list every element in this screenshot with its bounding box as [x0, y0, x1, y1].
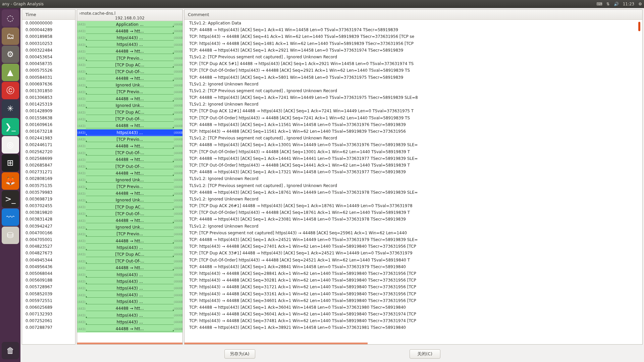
time-cell[interactable]: 0.001673218	[22, 128, 75, 135]
save-as-button[interactable]: 另存为(A)	[224, 349, 255, 359]
time-cell[interactable]: 0.000000000	[22, 20, 75, 26]
flow-row[interactable]: (443)[TCP Dup AC...(44488)	[77, 251, 182, 258]
flow-row[interactable]: (443)44488 → htt...(44488)	[77, 190, 182, 197]
time-cell[interactable]: 0.001558638	[22, 115, 75, 121]
comment-cell[interactable]: TCP: 44488 → https(443) [ACK] Seq=1 Ack=…	[184, 94, 642, 101]
flow-row[interactable]: (443)[TCP Previo...(44488)	[77, 184, 182, 190]
comment-cell[interactable]: TLSv1.2: Ignored Unknown Record	[184, 175, 642, 182]
flow-row[interactable]: (443)44488 → htt...(44488)	[77, 217, 182, 224]
gear-icon[interactable]: ⚙	[638, 0, 642, 8]
comment-cell[interactable]: TLSv1.2: [TCP Previous segment not captu…	[184, 135, 642, 141]
comment-cell[interactable]: TCP: https(443) → 44488 [ACK] Seq=30281 …	[184, 277, 642, 284]
comment-cell[interactable]: TLSv1.2: Ignored Unknown Record	[184, 223, 642, 230]
comment-cell[interactable]: TLSv1.2: Ignored Unknown Record	[184, 81, 642, 87]
comment-cell[interactable]: TCP: 44488 → https(443) [ACK] Seq=1 Ack=…	[184, 141, 642, 148]
time-cell[interactable]: 0.003942427	[22, 223, 75, 230]
flow-row[interactable]: (443)44488 → htt...(44488)	[77, 157, 182, 163]
launcher-netease-music-icon[interactable]: ⓒ	[2, 82, 19, 99]
h-scrollbar[interactable]	[77, 343, 182, 344]
time-cell[interactable]: 0.000453654	[22, 54, 75, 60]
flow-row[interactable]: (443)44488 → htt...(44488)	[77, 238, 182, 244]
time-cell[interactable]: 0.003698719	[22, 196, 75, 202]
time-cell[interactable]: 0.002731271	[22, 169, 75, 175]
flow-row[interactable]: (443)https(443) ...(44488)	[77, 272, 182, 278]
flow-row[interactable]: (443)https(443) ...(44488)	[77, 42, 182, 48]
flow-row[interactable]: (443)44488 → htt...(44488)	[77, 96, 182, 102]
flow-row[interactable]: (443)44488 → htt...(44488)	[77, 325, 182, 332]
comment-cell[interactable]: TCP: 44488 → https(443) [ACK] Seq=1 Ack=…	[184, 74, 642, 81]
flow-row[interactable]: (443)[TCP Previo...(44488)	[77, 231, 182, 238]
flow-row[interactable]: (443)Ignored Unk...(44488)	[77, 82, 182, 89]
comment-cell[interactable]: TCP: https(443) → 44488 [ACK] Seq=1481 A…	[184, 40, 642, 47]
flow-row[interactable]: (443)44488 → htt...(44488)	[77, 48, 182, 55]
comment-cell[interactable]: TCP: https(443) → 44488 [ACK] Seq=34601 …	[184, 297, 642, 304]
flow-row[interactable]: (443)Ignored Unk...(44488)	[77, 224, 182, 231]
comment-cell[interactable]: TLSv1.2: [TCP Previous segment not captu…	[184, 182, 642, 189]
time-cell[interactable]: 0.005728967	[22, 284, 75, 290]
flow-row[interactable]: (443)[TCP Out-Of-...(44488)	[77, 258, 182, 265]
flow-row[interactable]: (443)https(443) ...(44488)	[77, 244, 182, 251]
flow-row[interactable]: (443)44488 → htt...(44488)	[77, 305, 182, 312]
flow-row[interactable]: (443)44488 → htt...(44488)	[77, 143, 182, 149]
comment-cell[interactable]: TCP: [TCP Out-Of-Order] https(443) → 444…	[184, 162, 642, 169]
launcher-wireshark-icon[interactable]: 〰	[2, 208, 19, 226]
flow-row[interactable]: (443)44488 → htt...(44488)	[77, 28, 182, 35]
flow-header-host[interactable]: ›mote.cache-dns.l	[77, 10, 182, 16]
time-cell[interactable]: 0.004823527	[22, 243, 75, 250]
comment-cell[interactable]: TCP: [TCP Out-Of-Order] https(443) → 444…	[184, 148, 642, 155]
time-cell[interactable]: 0.001306853	[22, 94, 75, 101]
launcher-chrome-icon[interactable]: ◎	[2, 136, 19, 154]
time-cell[interactable]: 0.003702455	[22, 202, 75, 209]
comment-cell[interactable]: TCP: 44488 → https(443) [ACK] Seq=1 Ack=…	[184, 304, 642, 311]
comment-cell[interactable]: TLSv1.2: [TCP Previous segment not captu…	[184, 54, 642, 60]
comment-header[interactable]: Comment	[184, 12, 213, 17]
comment-cell[interactable]: TCP: [TCP Out-Of-Order] https(443) → 444…	[184, 209, 642, 216]
comment-cell[interactable]: TCP: https(443) → 44488 [ACK] Seq=36041 …	[184, 311, 642, 317]
flow-row[interactable]: (443)[TCP Previo...(44488)	[77, 55, 182, 62]
time-cell[interactable]: 0.000044289	[22, 26, 75, 33]
comment-cell[interactable]: TCP: 44488 → https(443) [ACK] Seq=1 Ack=…	[184, 121, 642, 128]
flow-row[interactable]: (443)[TCP Previo...(44488)	[77, 89, 182, 96]
time-cell[interactable]: 0.006025689	[22, 304, 75, 311]
launcher-firefox-icon[interactable]: 🦊	[2, 172, 19, 190]
close-button[interactable]: 关闭(C)	[410, 349, 440, 359]
time-cell[interactable]: 0.002562720	[22, 148, 75, 155]
flow-row[interactable]: (443)https(443) ...(44488)	[77, 292, 182, 299]
comment-cell[interactable]: TCP: https(443) → 44488 [ACK] Seq=33161 …	[184, 291, 642, 297]
comment-cell[interactable]: TCP: 44488 → https(443) [ACK] Seq=1 Ack=…	[184, 155, 642, 162]
time-cell[interactable]: 0.002568699	[22, 155, 75, 162]
launcher-dash-icon[interactable]: ◌	[2, 9, 19, 27]
time-cell[interactable]: 0.003831428	[22, 216, 75, 223]
time-cell[interactable]: 0.005972551	[22, 297, 75, 304]
time-cell[interactable]: 0.002685847	[22, 162, 75, 169]
comment-cell[interactable]: TCP: https(443) → 44488 [ACK] Seq=27401 …	[184, 243, 642, 250]
comment-cell[interactable]: TCP: https(443) → 44488 [ACK] Seq=28841 …	[184, 270, 642, 277]
flow-header-ip[interactable]: 192.168.0.102	[77, 16, 182, 20]
launcher-ms-tiles-icon[interactable]: ⊞	[2, 154, 19, 172]
comment-cell[interactable]: TCP: [TCP Dup ACK 33#1] 44488 → https(44…	[184, 250, 642, 256]
time-cell[interactable]: 0.002446171	[22, 141, 75, 148]
comment-cell[interactable]: TCP: 44488 → https(443) [ACK] Seq=1 Ack=…	[184, 216, 642, 223]
flow-row[interactable]: (443)44488 → htt...(44488)	[77, 170, 182, 177]
flow-row[interactable]: (443)44488 → htt...(44488)	[77, 265, 182, 272]
comment-cell[interactable]: TLSv1.2: [TCP Previous segment not captu…	[184, 87, 642, 94]
time-cell[interactable]: 0.004827673	[22, 250, 75, 256]
comment-cell[interactable]: TCP: https(443) → 44488 [ACK] Seq=37481 …	[184, 317, 642, 324]
flow-row[interactable]: (443)https(443) ...(44488)	[77, 129, 182, 136]
comment-cell[interactable]: TCP: [TCP Dup ACK 26#1] 44488 → https(44…	[184, 202, 642, 209]
flow-row[interactable]: (443)Ignored Unk...(44488)	[77, 197, 182, 204]
time-cell[interactable]: 0.000189858	[22, 33, 75, 40]
comment-cell[interactable]: TCP: 44488 → https(443) [ACK] Seq=1 Ack=…	[184, 47, 642, 54]
comment-cell[interactable]: TCP: [TCP Dup ACK 12#1] 44488 → https(44…	[184, 108, 642, 114]
time-cell[interactable]: 0.000584031	[22, 74, 75, 81]
flow-row[interactable]: (443)Application ...(44488)	[77, 21, 182, 28]
time-cell[interactable]: 0.004945344	[22, 257, 75, 263]
time-cell[interactable]: 0.004956436	[22, 263, 75, 270]
flow-row[interactable]: (443)[TCP Out-Of-...(44488)	[77, 68, 182, 75]
flow-row[interactable]: (443)[TCP Out-Of-...(44488)	[77, 116, 182, 123]
flow-row[interactable]: (443)Ignored Unk...(44488)	[77, 102, 182, 109]
comment-cell[interactable]: TCP: https(443) → 44488 [ACK] Seq=41 Ack…	[184, 33, 642, 40]
time-cell[interactable]: 0.005068044	[22, 270, 75, 277]
launcher-android-studio-icon[interactable]: ▲	[2, 64, 19, 81]
comment-cell[interactable]: TCP: [TCP Out-Of-Order] https(443) → 444…	[184, 257, 642, 263]
